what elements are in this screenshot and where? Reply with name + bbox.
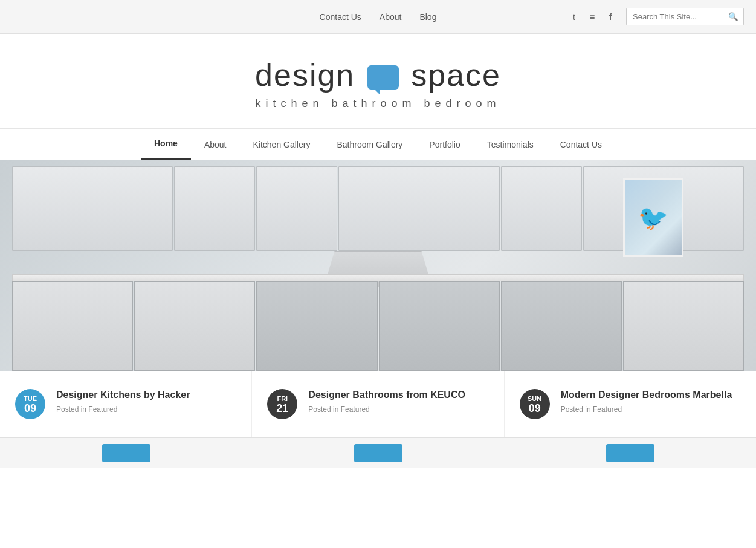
date-badge-1: TUE 09 [15, 389, 45, 419]
post-card-3: SUN 09 Modern Designer Bedrooms Marbella… [505, 371, 756, 437]
facebook-icon[interactable]: f [604, 10, 617, 24]
search-button[interactable]: 🔍 [723, 8, 743, 25]
post-info-3: Modern Designer Bedrooms Marbella Posted… [561, 389, 741, 414]
day-num-3: 09 [529, 403, 541, 414]
hero-image: 🐦 [0, 160, 756, 371]
divider [546, 5, 546, 29]
search-input[interactable] [627, 8, 723, 25]
cabinet-upper-3 [256, 166, 337, 251]
search-form: 🔍 [626, 8, 744, 25]
day-num-2: 21 [276, 403, 288, 414]
footer-btn-2[interactable] [354, 444, 402, 462]
logo-part2: space [411, 57, 501, 93]
day-name-1: TUE [24, 395, 37, 403]
logo-area: design space kitchen bathroom bedroom [0, 34, 756, 128]
topnav-blog[interactable]: Blog [419, 12, 436, 22]
date-badge-3: SUN 09 [520, 389, 550, 419]
nav-about[interactable]: About [191, 130, 240, 159]
cabinet-lower-3 [256, 281, 377, 371]
lower-section [0, 274, 756, 371]
footer-bar [0, 437, 756, 468]
counter-top [12, 274, 744, 281]
topnav-contact[interactable]: Contact Us [320, 12, 361, 22]
cabinet-lower-5 [501, 281, 622, 371]
bird-painting: 🐦 [623, 178, 683, 257]
twitter-icon[interactable]: t [567, 10, 581, 24]
topnav-about[interactable]: About [380, 12, 402, 22]
logo-text: design space [12, 58, 744, 93]
post-card-2: FRI 21 Designer Bathrooms from KEUCO Pos… [252, 371, 504, 437]
social-icons: t ≡ f [567, 10, 617, 24]
cabinet-upper-5 [501, 166, 582, 251]
top-nav: Contact Us About Blog [320, 12, 437, 22]
post-title-2[interactable]: Designer Bathrooms from KEUCO [308, 389, 488, 402]
post-meta-2: Posted in Featured [308, 405, 488, 414]
top-bar: Contact Us About Blog t ≡ f 🔍 [0, 0, 756, 34]
cabinet-lower-4 [379, 281, 500, 371]
logo-part1: design [255, 57, 355, 93]
day-name-3: SUN [528, 395, 541, 403]
main-nav: Home About Kitchen Gallery Bathroom Gall… [0, 128, 756, 160]
footer-btn-3[interactable] [606, 444, 654, 462]
nav-bathroom-gallery[interactable]: Bathroom Gallery [323, 130, 416, 159]
nav-portfolio[interactable]: Portfolio [416, 130, 473, 159]
post-title-1[interactable]: Designer Kitchens by Hacker [56, 389, 236, 402]
cabinet-upper-1 [12, 166, 173, 251]
post-title-3[interactable]: Modern Designer Bedrooms Marbella [561, 389, 741, 402]
kitchen-scene: 🐦 [0, 160, 756, 371]
post-meta-3: Posted in Featured [561, 405, 741, 414]
day-num-1: 09 [24, 403, 36, 414]
cabinet-lower-1 [12, 281, 133, 371]
logo-subtitle: kitchen bathroom bedroom [12, 97, 744, 110]
post-info-1: Designer Kitchens by Hacker Posted in Fe… [56, 389, 236, 414]
top-bar-right: t ≡ f 🔍 [534, 5, 744, 29]
cabinet-upper-4 [338, 166, 499, 251]
date-badge-2: FRI 21 [267, 389, 297, 419]
nav-contact[interactable]: Contact Us [547, 130, 615, 159]
lower-cabinets [12, 281, 744, 371]
nav-kitchen-gallery[interactable]: Kitchen Gallery [239, 130, 323, 159]
logo-chat-icon [367, 65, 399, 90]
footer-btn-1[interactable] [102, 444, 150, 462]
post-meta-1: Posted in Featured [56, 405, 236, 414]
rss-icon[interactable]: ≡ [586, 10, 599, 24]
cabinet-lower-2 [134, 281, 255, 371]
cabinet-upper-2 [174, 166, 255, 251]
post-info-2: Designer Bathrooms from KEUCO Posted in … [308, 389, 488, 414]
nav-testimonials[interactable]: Testimonials [474, 130, 547, 159]
nav-home[interactable]: Home [141, 129, 191, 160]
post-card-1: TUE 09 Designer Kitchens by Hacker Poste… [0, 371, 252, 437]
posts-grid: TUE 09 Designer Kitchens by Hacker Poste… [0, 371, 756, 437]
day-name-2: FRI [277, 395, 288, 403]
cabinet-lower-6 [623, 281, 744, 371]
